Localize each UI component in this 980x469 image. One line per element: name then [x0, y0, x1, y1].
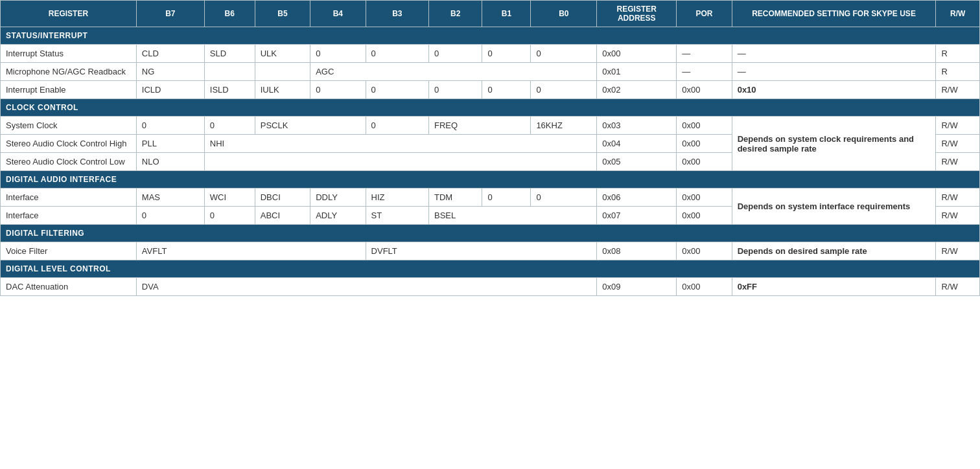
col-header-b4: B4: [310, 1, 366, 27]
b3-cell: 0: [366, 81, 428, 99]
por-cell: —: [677, 45, 732, 63]
register-name: Interrupt Enable: [1, 81, 137, 99]
recommended-cell: —: [732, 45, 936, 63]
b7-cell: MAS: [136, 189, 204, 207]
b2-cell: 0: [429, 81, 482, 99]
b6-cell: ISLD: [204, 81, 255, 99]
por-cell: 0x00: [677, 189, 732, 207]
address-cell: 0x04: [597, 135, 677, 153]
register-name: Stereo Audio Clock Control High: [1, 135, 137, 153]
b4-cell: 0: [310, 81, 366, 99]
section-label: STATUS/INTERRUPT: [1, 27, 980, 45]
rw-cell: R/W: [936, 242, 980, 260]
register-name: Interface: [1, 207, 137, 225]
col-header-register: REGISTER: [1, 1, 137, 27]
por-cell: 0x00: [677, 153, 732, 171]
b6-cell-empty: [204, 153, 597, 171]
section-label: DIGITAL LEVEL CONTROL: [1, 260, 980, 278]
address-cell: 0x05: [597, 153, 677, 171]
por-cell: 0x00: [677, 278, 732, 296]
section-digital-filtering: DIGITAL FILTERING: [1, 225, 980, 242]
b7-cell: 0: [136, 117, 204, 135]
header-row: REGISTER B7 B6 B5 B4 B3 B2 B1 B0 REGISTE…: [1, 1, 980, 27]
col-header-b6: B6: [204, 1, 255, 27]
table-row: Interrupt Enable ICLD ISLD IULK 0 0 0 0 …: [1, 81, 980, 99]
b7-cell-avflt: AVFLT: [136, 242, 366, 260]
b6-cell-nhi: NHI: [204, 135, 597, 153]
b2-cell-freq: FREQ: [429, 117, 531, 135]
b7-cell: PLL: [136, 135, 204, 153]
register-name: Microphone NG/AGC Readback: [1, 63, 137, 81]
b6-cell: 0: [204, 207, 255, 225]
table-row: Voice Filter AVFLT DVFLT 0x08 0x00 Depen…: [1, 242, 980, 260]
recommended-cell: 0x10: [732, 81, 936, 99]
b6-cell: [204, 63, 255, 81]
col-header-b2: B2: [429, 1, 482, 27]
rw-cell: R/W: [936, 207, 980, 225]
b3-cell: 0: [366, 45, 428, 63]
b0-cell: 16KHZ: [531, 117, 597, 135]
b7-cell: CLD: [136, 45, 204, 63]
b6-cell: 0: [204, 117, 255, 135]
b2-cell-bsel: BSEL: [429, 207, 597, 225]
section-clock-control: CLOCK CONTROL: [1, 99, 980, 117]
b7-cell: NG: [136, 63, 204, 81]
register-name: Interrupt Status: [1, 45, 137, 63]
b6-cell: WCI: [204, 189, 255, 207]
b1-cell: 0: [482, 45, 531, 63]
b6-cell: SLD: [204, 45, 255, 63]
col-header-b1: B1: [482, 1, 531, 27]
b0-cell: 0: [531, 45, 597, 63]
b7-cell-dva: DVA: [136, 278, 596, 296]
b3-cell: HIZ: [366, 189, 428, 207]
por-cell: 0x00: [677, 242, 732, 260]
section-digital-audio: DIGITAL AUDIO INTERFACE: [1, 171, 980, 189]
col-header-por: POR: [677, 1, 732, 27]
col-header-b3: B3: [366, 1, 428, 27]
address-cell: 0x03: [597, 117, 677, 135]
b4-cell-agc: AGC: [310, 63, 597, 81]
recommended-cell: —: [732, 63, 936, 81]
register-name: DAC Attenuation: [1, 278, 137, 296]
table-row: Interrupt Status CLD SLD ULK 0 0 0 0 0 0…: [1, 45, 980, 63]
address-cell: 0x07: [597, 207, 677, 225]
b5-cell: [255, 63, 310, 81]
b4-cell: 0: [310, 45, 366, 63]
register-name: Stereo Audio Clock Control Low: [1, 153, 137, 171]
col-header-address: REGISTER ADDRESS: [597, 1, 677, 27]
rw-cell: R: [936, 63, 980, 81]
section-label: DIGITAL FILTERING: [1, 225, 980, 242]
b0-cell: 0: [531, 81, 597, 99]
address-cell: 0x06: [597, 189, 677, 207]
b3-cell: 0: [366, 117, 428, 135]
b1-cell: 0: [482, 189, 531, 207]
col-header-b7: B7: [136, 1, 204, 27]
address-cell: 0x02: [597, 81, 677, 99]
address-cell: 0x08: [597, 242, 677, 260]
recommended-cell: Depends on desired sample rate: [732, 242, 936, 260]
b7-cell: ICLD: [136, 81, 204, 99]
table-row: DAC Attenuation DVA 0x09 0x00 0xFF R/W: [1, 278, 980, 296]
col-header-b0: B0: [531, 1, 597, 27]
register-name: Interface: [1, 189, 137, 207]
rw-cell: R: [936, 45, 980, 63]
por-cell: 0x00: [677, 135, 732, 153]
b5-cell: IULK: [255, 81, 310, 99]
por-cell: 0x00: [677, 81, 732, 99]
rw-cell: R/W: [936, 117, 980, 135]
col-header-b5: B5: [255, 1, 310, 27]
recommended-cell: 0xFF: [732, 278, 936, 296]
rw-cell: R/W: [936, 81, 980, 99]
recommended-cell-clock: Depends on system clock requirements and…: [732, 117, 936, 171]
section-label: CLOCK CONTROL: [1, 99, 980, 117]
address-cell: 0x00: [597, 45, 677, 63]
rw-cell: R/W: [936, 278, 980, 296]
b2-cell: 0: [429, 45, 482, 63]
section-label: DIGITAL AUDIO INTERFACE: [1, 171, 980, 189]
b2-cell: TDM: [429, 189, 482, 207]
b4-cell: DDLY: [310, 189, 366, 207]
col-header-recommended: RECOMMENDED SETTING FOR SKYPE USE: [732, 1, 936, 27]
register-table: REGISTER B7 B6 B5 B4 B3 B2 B1 B0 REGISTE…: [0, 0, 980, 296]
recommended-cell-interface: Depends on system interface requirements: [732, 189, 936, 225]
b1-cell: 0: [482, 81, 531, 99]
